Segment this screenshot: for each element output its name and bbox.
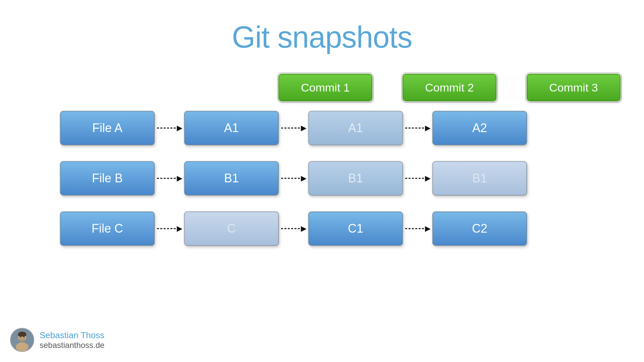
svg-point-2 xyxy=(16,343,29,351)
footer-text: Sebastian Thoss sebastianthoss.de xyxy=(40,330,104,350)
file-row-0: File AA1A1A2 xyxy=(60,111,624,145)
svg-point-7 xyxy=(19,338,25,341)
source-box-1: File B xyxy=(60,162,154,195)
source-box-0: File A xyxy=(60,111,154,145)
commit-3-box: Commit 3 xyxy=(527,74,621,101)
file-row-1: File BB1B1B1 xyxy=(60,162,624,195)
cell-box-0-2: A2 xyxy=(433,111,527,145)
file-rows: File AA1A1A2File BB1B1B1File CCC1C2 xyxy=(60,111,624,245)
commit-row: Commit 1 Commit 2 Commit 3 xyxy=(184,74,624,101)
commit-2-label: Commit 2 xyxy=(402,74,496,101)
commit-1-box: Commit 1 xyxy=(278,74,372,101)
svg-rect-4 xyxy=(18,334,26,336)
cell-box-2-1: C1 xyxy=(309,212,402,245)
file-row-2: File CCC1C2 xyxy=(60,212,624,245)
commit-3-label: Commit 3 xyxy=(527,74,621,101)
cell-box-1-2: B1 xyxy=(433,162,527,195)
diagram: Commit 1 Commit 2 Commit 3 File AA1A1A2F… xyxy=(60,74,624,262)
cell-box-0-1: A1 xyxy=(309,111,402,145)
cell-box-2-0: C xyxy=(184,212,278,245)
footer-name: Sebastian Thoss xyxy=(40,330,104,341)
commit-1-label: Commit 1 xyxy=(278,74,372,101)
commit-2-box: Commit 2 xyxy=(402,74,496,101)
cell-box-2-2: C2 xyxy=(433,212,527,245)
cell-box-1-0: B1 xyxy=(184,162,278,195)
source-box-2: File C xyxy=(60,212,154,245)
page-title: Git snapshots xyxy=(0,0,644,55)
svg-point-5 xyxy=(19,337,21,338)
cell-box-0-0: A1 xyxy=(184,111,278,145)
footer: Sebastian Thoss sebastianthoss.de xyxy=(10,328,104,352)
cell-box-1-1: B1 xyxy=(309,162,402,195)
svg-point-6 xyxy=(23,337,25,338)
avatar xyxy=(10,328,34,352)
footer-url: sebastianthoss.de xyxy=(40,341,104,350)
